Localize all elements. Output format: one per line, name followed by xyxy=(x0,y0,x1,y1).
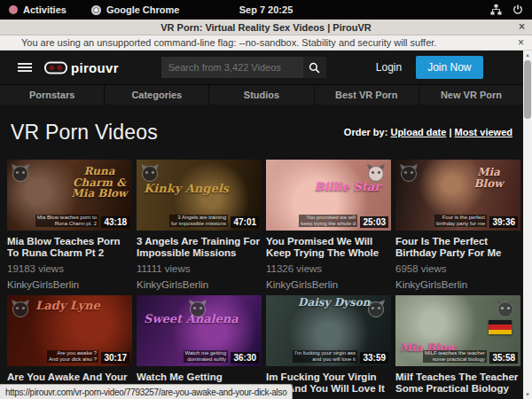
video-studio-link[interactable]: KinkyGirlsBerlin xyxy=(395,279,520,290)
video-duration: 25:03 xyxy=(360,216,388,228)
order-by-label: Order by: xyxy=(344,127,388,137)
video-studio-link[interactable]: KinkyGirlsBerlin xyxy=(7,279,132,290)
power-icon[interactable] xyxy=(512,4,523,15)
site-logo-text: pirouvr xyxy=(71,60,119,75)
system-top-bar: Activities Google Chrome Sep 7 20:25 xyxy=(0,0,532,20)
search-bar xyxy=(161,57,326,78)
thumbnail-overlay-title: Daisy Dyson xyxy=(298,297,371,309)
german-flag xyxy=(489,320,512,334)
clock[interactable]: Sep 7 20:25 xyxy=(0,4,532,15)
activities-label: Activities xyxy=(23,4,66,15)
site-logo[interactable]: pirouvr xyxy=(44,60,119,75)
tab-close-icon[interactable]: × xyxy=(519,20,525,33)
video-studio-link[interactable]: KinkyGirlsBerlin xyxy=(137,279,262,290)
thumbnail-caption: 3 Angels are trainingfor impossible miss… xyxy=(169,215,228,227)
video-duration: 39:36 xyxy=(489,216,518,228)
video-card: Runa Charm & Mia Blow Mia Blow teaches p… xyxy=(7,160,132,290)
thumbnail-caption: Four is the perfectbirthday party for me xyxy=(434,215,487,227)
video-thumbnail[interactable]: Runa Charm & Mia Blow Mia Blow teaches p… xyxy=(7,160,132,231)
order-link-upload-date[interactable]: Upload date xyxy=(390,127,446,137)
studio-logo-icon xyxy=(399,163,419,183)
main-nav: Pornstars Categories Studios Best VR Por… xyxy=(0,84,523,105)
nav-item-pornstars[interactable]: Pornstars xyxy=(0,85,105,105)
thumbnail-caption: Are you awake ?And your dick also ? xyxy=(47,350,98,363)
thumbnail-overlay-title: Runa Charm & Mia Blow xyxy=(70,166,129,200)
video-thumbnail[interactable]: Kinky Angels 3 Angels are trainingfor im… xyxy=(137,160,262,231)
page-title: VR Porn Videos xyxy=(11,121,158,145)
video-thumbnail[interactable]: Mia Blow MILF teaches the teachersome pr… xyxy=(395,295,520,366)
network-icon[interactable] xyxy=(490,4,502,15)
order-link-most-viewed[interactable]: Most viewed xyxy=(455,127,512,137)
login-button[interactable]: Login xyxy=(376,61,402,74)
scrollbar-thumb[interactable] xyxy=(524,60,531,119)
thumbnail-caption: You promised we willkeep trying the whol… xyxy=(299,215,357,227)
scroll-down-icon[interactable]: ▼ xyxy=(523,390,532,399)
join-now-button[interactable]: Join Now xyxy=(416,56,482,79)
nav-item-best-vr-porn[interactable]: Best VR Porn xyxy=(315,85,419,105)
browser-tab[interactable]: VR Porn: Virtual Reality Sex Videos | Pi… xyxy=(0,20,532,35)
video-views: 11326 views xyxy=(266,263,391,274)
video-thumbnail[interactable]: Lady Lyne Are you awake ?And your dick a… xyxy=(7,295,132,366)
video-duration: 47:01 xyxy=(231,216,259,228)
video-views: 6958 views xyxy=(395,263,520,274)
thumbnail-caption: MILF teaches the teachersome practical b… xyxy=(423,350,487,363)
video-thumbnail[interactable]: Mia Blow Four is the perfectbirthday par… xyxy=(395,160,520,231)
vr-goggles-icon xyxy=(44,61,67,74)
video-thumbnail[interactable]: Daisy Dyson I'm fucking your virgin assa… xyxy=(266,295,391,366)
studio-logo-icon xyxy=(11,163,30,183)
app-menu-button[interactable]: Google Chrome xyxy=(91,4,180,15)
status-url-tooltip: https://pirouvr.com/vr-porn-video/779325… xyxy=(0,384,293,399)
video-card: Mia Blow MILF teaches the teachersome pr… xyxy=(395,295,520,399)
studio-logo-icon xyxy=(11,299,30,318)
nav-item-new-vr-porn[interactable]: New VR Porn xyxy=(419,85,523,105)
video-views: 19183 views xyxy=(7,263,132,274)
screen: Activities Google Chrome Sep 7 20:25 VR … xyxy=(0,0,532,399)
warning-message: You are using an unsupported command-lin… xyxy=(21,37,436,48)
scroll-up-icon[interactable]: ▲ xyxy=(523,51,532,59)
studio-logo-icon xyxy=(496,299,515,318)
thumbnail-overlay-title: Mia Blow xyxy=(464,167,513,189)
thumbnail-overlay-title: Billie Star xyxy=(315,181,380,193)
video-thumbnail[interactable]: Billie Star You promised we willkeep try… xyxy=(266,160,391,231)
nav-item-categories[interactable]: Categories xyxy=(105,85,209,105)
hamburger-menu-icon[interactable] xyxy=(18,61,32,74)
video-duration: 35:58 xyxy=(489,352,518,364)
video-duration: 33:59 xyxy=(360,352,388,364)
thumbnail-overlay-title: Lady Lyne xyxy=(35,300,100,312)
video-card: Mia Blow Four is the perfectbirthday par… xyxy=(395,160,520,290)
video-duration: 36:30 xyxy=(231,352,259,364)
tab-title: VR Porn: Virtual Reality Sex Videos | Pi… xyxy=(160,22,371,33)
page-viewport: pirouvr Login Join Now Pornstars Categor… xyxy=(0,51,532,399)
chrome-icon xyxy=(91,5,101,15)
search-icon xyxy=(309,62,320,74)
video-title[interactable]: 3 Angels Are Training For Impossible Mis… xyxy=(137,236,262,259)
video-duration: 43:18 xyxy=(101,216,129,228)
app-menu-label: Google Chrome xyxy=(106,4,180,15)
video-grid: Runa Charm & Mia Blow Mia Blow teaches p… xyxy=(7,160,520,399)
video-title[interactable]: Four Is The Perfect Birthday Party For M… xyxy=(395,236,520,259)
video-duration: 30:17 xyxy=(101,352,129,364)
studio-logo-icon xyxy=(140,163,160,183)
thumbnail-caption: I'm fucking your virgin assand you will … xyxy=(293,350,357,363)
warning-infobar: You are using an unsupported command-lin… xyxy=(0,35,532,51)
nav-item-studios[interactable]: Studios xyxy=(209,85,314,105)
scrollbar[interactable]: ▲ ▼ xyxy=(523,51,532,399)
video-views: 11111 views xyxy=(137,263,262,274)
search-input[interactable] xyxy=(161,57,303,78)
video-studio-link[interactable]: KinkyGirlsBerlin xyxy=(266,279,391,290)
search-button[interactable] xyxy=(303,57,326,78)
activities-dot-icon xyxy=(9,5,18,14)
thumbnail-caption: Watch me gettingdominated softly xyxy=(184,350,228,363)
heading-row: VR Porn Videos Order by: Upload date | M… xyxy=(0,105,523,160)
video-title[interactable]: Mia Blow Teaches Porn To Runa Charm Pt 2 xyxy=(7,236,132,259)
thumbnail-caption: Mia Blow teaches porn toRuna Charm pt. 2 xyxy=(35,215,98,227)
video-title[interactable]: Milf Teaches The Teacher Some Practical … xyxy=(395,372,520,395)
activities-button[interactable]: Activities xyxy=(9,4,66,15)
warning-close-icon[interactable]: × xyxy=(518,36,524,49)
video-card: Billie Star You promised we willkeep try… xyxy=(266,160,391,290)
video-title[interactable]: You Promised We Will Keep Trying The Who… xyxy=(266,236,391,259)
video-card: Kinky Angels 3 Angels are trainingfor im… xyxy=(137,160,262,290)
order-separator: | xyxy=(449,127,451,137)
thumbnail-overlay-title: Sweet Analena xyxy=(144,313,239,325)
video-thumbnail[interactable]: Sweet Analena Watch me gettingdominated … xyxy=(137,295,262,366)
